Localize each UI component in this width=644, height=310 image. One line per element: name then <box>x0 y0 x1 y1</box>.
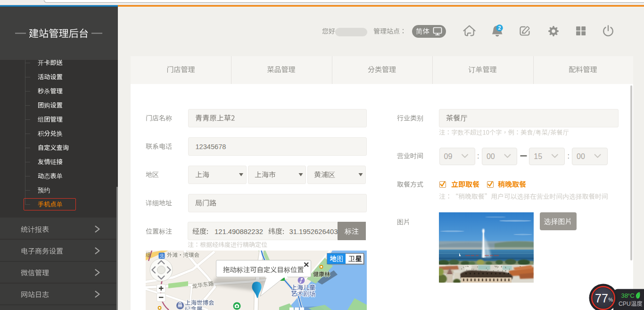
svg-text:12345678: 12345678 <box>196 143 226 151</box>
svg-text:00: 00 <box>487 152 495 160</box>
svg-text:38: 38 <box>621 292 628 299</box>
svg-text:2: 2 <box>498 25 501 31</box>
svg-text:121.490882232: 121.490882232 <box>215 228 263 235</box>
svg-text:%: % <box>609 297 613 302</box>
svg-text:31.1952626403: 31.1952626403 <box>289 228 338 235</box>
svg-text:77: 77 <box>595 292 608 305</box>
svg-text:°C: °C <box>627 292 635 299</box>
svg-text:00: 00 <box>577 152 585 160</box>
svg-text::: : <box>477 152 479 160</box>
svg-text:15: 15 <box>534 152 542 160</box>
svg-text:CPU: CPU <box>619 301 631 307</box>
svg-text::: : <box>568 152 570 160</box>
svg-text:09: 09 <box>444 152 453 160</box>
